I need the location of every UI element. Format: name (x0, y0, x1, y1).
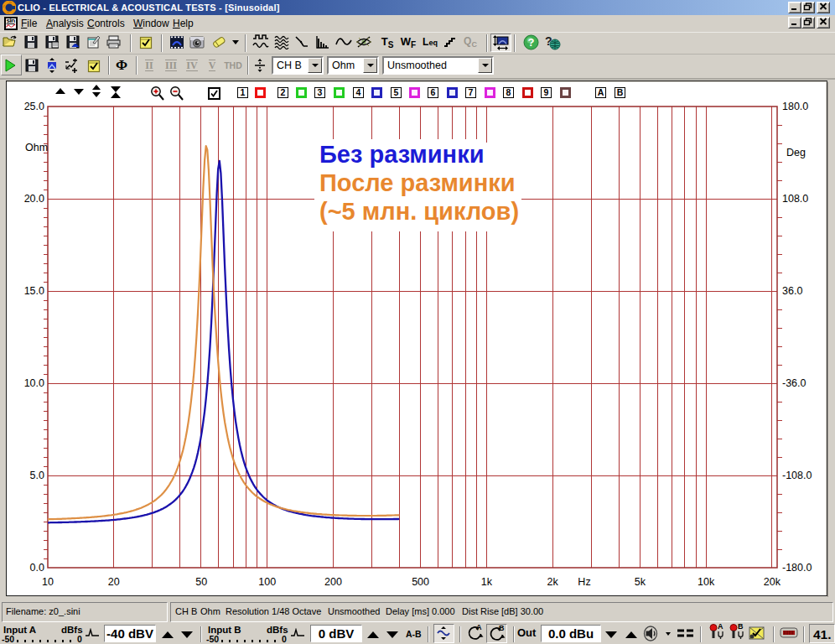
svg-text:15.0: 15.0 (24, 285, 44, 297)
svg-text:20k: 20k (764, 576, 781, 588)
svg-text:-36.0: -36.0 (782, 377, 806, 389)
svg-text:0.0: 0.0 (30, 562, 44, 574)
svg-text:20.0: 20.0 (24, 193, 44, 205)
svg-text:10: 10 (42, 576, 54, 588)
svg-text:10k: 10k (698, 576, 715, 588)
svg-text:Hz: Hz (578, 576, 590, 588)
svg-text:-108.0: -108.0 (782, 470, 812, 481)
svg-text:2k: 2k (547, 576, 559, 588)
svg-text:5k: 5k (635, 576, 646, 588)
svg-text:500: 500 (412, 576, 429, 588)
svg-text:108.0: 108.0 (782, 193, 808, 205)
svg-text:100: 100 (258, 576, 276, 588)
svg-text:25.0: 25.0 (24, 101, 44, 112)
svg-text:180.0: 180.0 (782, 101, 808, 112)
svg-text:200: 200 (324, 576, 342, 588)
svg-text:-180.0: -180.0 (782, 562, 812, 574)
svg-text:10.0: 10.0 (24, 377, 44, 389)
svg-text:?: ? (527, 36, 534, 49)
svg-text:Deg: Deg (786, 147, 806, 158)
svg-text:20: 20 (108, 576, 120, 588)
svg-text:36.0: 36.0 (782, 285, 802, 297)
svg-text:1k: 1k (481, 576, 493, 588)
svg-text:50: 50 (195, 576, 207, 588)
svg-text:Ohm: Ohm (25, 142, 48, 153)
svg-text:5.0: 5.0 (30, 470, 44, 481)
